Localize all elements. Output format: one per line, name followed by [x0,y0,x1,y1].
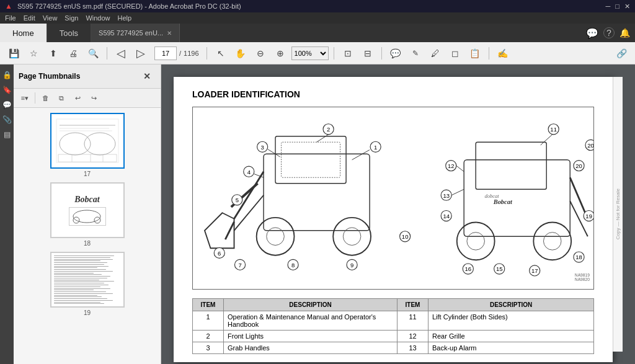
table-row: 2 Front Lights 12 Rear Grille [193,331,594,342]
pen-button[interactable]: ✎ [407,45,424,61]
table-row: 1 Operation & Maintenance Manual and Ope… [193,311,594,331]
save-button[interactable]: 💾 [5,45,22,61]
item2-row3: 13 [397,342,429,354]
thumbnail-17[interactable]: 17 [19,113,156,177]
thumbnail-19-label: 19 [84,309,91,316]
menu-edit[interactable]: Edit [24,14,35,22]
close-btn[interactable]: ✕ [624,2,630,11]
app-icon: ▲ [5,2,12,11]
svg-point-53 [533,222,571,260]
title-bar-left: ▲ S595 7274925 enUS sm.pdf (SECURED) - A… [5,2,241,11]
menu-help[interactable]: Help [118,14,132,22]
sidebar-redo-button[interactable]: ↪ [86,91,101,105]
doc-tab-label: S595 7274925 enU... [99,29,163,37]
maximize-btn[interactable]: □ [615,2,619,10]
separator-2 [206,47,207,60]
svg-text:17: 17 [531,267,538,274]
help-icon[interactable]: ? [603,27,615,38]
fit-width-button[interactable]: ⊟ [359,45,376,61]
bookmark-side-icon[interactable]: 🔖 [1,84,12,95]
sidebar-delete-button[interactable]: 🗑 [38,91,53,105]
minimize-btn[interactable]: ─ [606,2,611,10]
menu-sign[interactable]: Sign [64,14,78,22]
svg-rect-15 [282,142,340,177]
comment-button[interactable]: 💬 [387,45,404,61]
layers-icon[interactable]: ▤ [1,129,12,140]
separator-1 [107,47,107,60]
sidebar-undo-button[interactable]: ↩ [70,91,85,105]
highlight-button[interactable]: 🖊 [427,45,444,61]
lock-icon[interactable]: 🔒 [1,69,12,81]
content-area: LOADER IDENTIFICATION [161,64,635,364]
sidebar-header: Page Thumbnails ✕ [14,64,161,89]
svg-point-52 [467,233,485,251]
svg-text:4: 4 [247,169,251,175]
cloud-upload-button[interactable]: ⬆ [45,45,62,61]
print-button[interactable]: 🖨 [64,45,82,61]
thumbnail-18-label: 18 [84,240,91,247]
svg-text:13: 13 [443,192,450,199]
eraser-button[interactable]: ◻ [446,45,464,61]
stamp-button[interactable]: 📋 [466,45,484,61]
bell-icon[interactable]: 🔔 [619,28,630,38]
page-navigation: 17 / 1196 [154,47,199,60]
page-document: LOADER IDENTIFICATION [174,77,613,362]
loader-diagram: 1 2 3 4 5 [192,107,594,290]
sidebar-menu-button[interactable]: ≡▾ [17,91,32,105]
chat-icon[interactable]: 💬 [586,27,598,39]
svg-text:11: 11 [550,126,557,133]
svg-text:8: 8 [291,262,295,269]
separator-5 [489,47,489,60]
col-item1-header: ITEM [193,299,224,311]
thumbnail-18[interactable]: Bobcat 18 [19,182,156,247]
menu-file[interactable]: File [5,14,16,22]
svg-rect-14 [275,136,346,184]
thumbnail-17-label: 17 [84,171,91,177]
svg-point-51 [457,222,495,260]
menu-view[interactable]: View [43,14,58,22]
table-row: 3 Grab Handles 13 Back-up Alarm [193,342,594,354]
thumbnail-19[interactable]: 19 [19,252,156,316]
menu-window[interactable]: Window [86,14,110,22]
svg-text:6: 6 [218,250,221,257]
zoom-in-button[interactable]: ⊕ [272,45,289,61]
comment-side-icon[interactable]: 💬 [1,99,12,110]
sidebar-close-button[interactable]: ✕ [138,68,156,84]
page-number-input[interactable]: 17 [154,47,177,60]
svg-text:10: 10 [402,233,409,240]
svg-text:dobcat: dobcat [484,193,499,200]
doc-tab-close[interactable]: ✕ [167,30,172,37]
attach-icon[interactable]: 📎 [1,114,12,125]
prev-page-button[interactable]: ◁ [112,45,130,61]
separator-4 [381,47,382,60]
search-button[interactable]: 🔍 [84,45,102,61]
item1-row3: 3 [193,342,224,354]
page-separator: / [179,50,181,57]
svg-line-33 [268,149,280,157]
zoom-select[interactable]: 100% 75% 125% 150% Fit Page [291,47,329,60]
bookmark-button[interactable]: ☆ [25,45,42,61]
tab-document[interactable]: S595 7274925 enU... ✕ [91,24,180,42]
svg-text:2: 2 [327,126,330,133]
main-layout: 🔒 🔖 💬 📎 ▤ Page Thumbnails ✕ ≡▾ 🗑 ⧉ ↩ ↪ [0,64,635,364]
left-icon-panel: 🔒 🔖 💬 📎 ▤ [0,64,14,364]
fit-page-button[interactable]: ⊡ [339,45,357,61]
tab-home[interactable]: Home [0,24,47,42]
window-controls: ─ □ ✕ [606,2,630,11]
desc2-row2: Rear Grille [429,331,594,342]
col-desc1-header: DESCRIPTION [224,299,397,311]
link-button[interactable]: 🔗 [613,45,630,61]
svg-text:5: 5 [236,197,239,203]
sign-button[interactable]: ✍ [494,45,512,61]
tab-bar: Home Tools S595 7274925 enU... ✕ 💬 ? 🔔 [0,24,635,42]
svg-text:9: 9 [350,262,353,269]
sidebar-copy-button[interactable]: ⧉ [54,91,69,105]
svg-line-27 [352,150,370,160]
tab-tools[interactable]: Tools [47,24,91,42]
item1-row2: 2 [193,331,224,342]
hand-tool-button[interactable]: ✋ [232,45,249,61]
next-page-button[interactable]: ▷ [132,45,149,61]
zoom-out-button[interactable]: ⊖ [252,45,269,61]
cursor-tool-button[interactable]: ↖ [212,45,229,61]
svg-point-18 [333,218,371,255]
